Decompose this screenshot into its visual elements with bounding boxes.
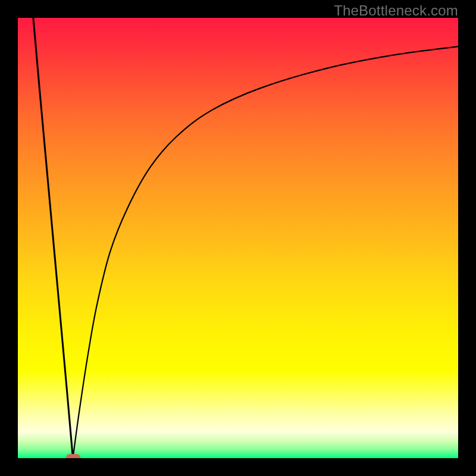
curve-left-descent	[33, 18, 73, 458]
watermark-text: TheBottleneck.com	[334, 2, 458, 19]
optimal-point-marker	[66, 454, 80, 458]
plot-area	[18, 18, 458, 458]
curve-layer	[18, 18, 458, 458]
chart-frame: TheBottleneck.com	[0, 0, 476, 476]
curve-right-ascent	[73, 46, 459, 458]
